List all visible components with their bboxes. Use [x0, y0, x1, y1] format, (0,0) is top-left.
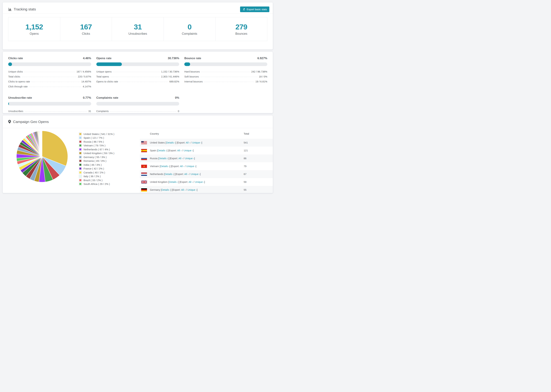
legend-swatch: [79, 156, 82, 159]
legend-swatch: [79, 175, 82, 178]
legend-item[interactable]: India ( 46 / 3% ): [79, 163, 114, 167]
rate-row: Unsubscribes31: [8, 109, 91, 113]
legend-swatch: [79, 171, 82, 174]
rate-row-value: 2,303 / 61.446%: [161, 75, 179, 78]
legend-swatch: [79, 167, 82, 170]
dotted-leader: [200, 77, 258, 77]
details-link[interactable]: Details ›: [169, 181, 178, 183]
details-link[interactable]: Details ›: [165, 173, 174, 175]
export-unique-link[interactable]: Unique ›: [185, 157, 194, 160]
rate-row: Click through rate4.147%: [8, 84, 91, 89]
country-cell: Netherlands [Details ›] [Export: All › /…: [150, 173, 201, 175]
export-unique-link[interactable]: Unique ›: [187, 189, 197, 191]
legend-swatch: [79, 148, 82, 151]
legend-label: United Kingdom ( 59 / 3% ): [84, 152, 114, 155]
legend-item[interactable]: Italy ( 36 / 2% ): [79, 175, 114, 178]
country-name: Netherlands: [150, 173, 163, 175]
rate-row: Total clicks220 / 5.87%: [8, 74, 91, 79]
rate-rows: Unsubscribes31: [8, 109, 91, 113]
legend-label: India ( 46 / 3% ): [84, 163, 102, 166]
summary-stats-row: 1,152Opens167Clicks31Unsubscribes0Compla…: [8, 17, 267, 41]
table-row: Germany [Details ›] [Export: All › / Uni…: [140, 186, 273, 193]
legend-item[interactable]: Netherlands ( 67 / 4% ): [79, 147, 114, 151]
rate-title: Opens rate: [96, 57, 112, 60]
export-unique-link[interactable]: Unique ›: [192, 141, 202, 144]
legend-item[interactable]: Vietnam ( 79 / 5% ): [79, 144, 114, 147]
progress-bar-fill: [96, 63, 122, 66]
export-unique-link[interactable]: Unique ›: [191, 173, 200, 175]
export-basic-stats-button[interactable]: Export basic stats: [240, 7, 269, 12]
legend-item[interactable]: France ( 42 / 2% ): [79, 167, 114, 171]
legend-item[interactable]: United States ( 541 / 31% ): [79, 132, 114, 136]
map-pin-icon: [8, 120, 11, 124]
legend-item[interactable]: South Africa ( 29 / 2% ): [79, 182, 114, 186]
export-all-link[interactable]: All ›: [181, 189, 185, 191]
export-unique-link[interactable]: Unique ›: [184, 149, 193, 152]
legend-swatch: [79, 140, 82, 143]
legend-label: United States ( 541 / 31% ): [84, 133, 114, 135]
legend-label: Romania ( 49 / 3% ): [84, 159, 106, 162]
campaign-geo-opens-card: Campaign Geo Opens United States ( 541 /…: [3, 115, 273, 193]
total-cell: 121: [244, 149, 248, 152]
rate-value: 0.77%: [83, 96, 91, 99]
export-all-link[interactable]: All ›: [186, 141, 190, 144]
export-prefix: [Export:: [179, 181, 188, 183]
legend-swatch: [79, 163, 82, 166]
legend-item[interactable]: Spain ( 121 / 7% ): [79, 136, 114, 140]
details-link[interactable]: Details ›: [158, 149, 167, 152]
rate-rows: Unique opens1,152 / 30.736%Total opens2,…: [96, 69, 179, 84]
legend-label: Netherlands ( 67 / 4% ): [84, 148, 110, 151]
bracket: ]: [174, 173, 174, 175]
legend-label: Canada ( 40 / 2% ): [84, 171, 105, 174]
total-cell: 541: [244, 141, 248, 144]
rate-row: Soft bounces18 / 0%: [184, 74, 267, 79]
bracket: ]: [193, 149, 194, 152]
page-title: Tracking stats: [14, 7, 36, 11]
legend-item[interactable]: Russia ( 86 / 5% ): [79, 140, 114, 144]
legend-item[interactable]: Brazil ( 33 / 2% ): [79, 178, 114, 182]
legend-item[interactable]: Germany ( 55 / 3% ): [79, 155, 114, 159]
dotted-leader: [110, 77, 160, 77]
legend-item[interactable]: Canada ( 40 / 2% ): [79, 170, 114, 175]
details-link[interactable]: Details ›: [166, 141, 175, 144]
rate-row-value: 689.82%: [170, 80, 179, 83]
rates-card: Clicks rate4.46%Unique clicks167 / 4.456…: [3, 52, 273, 113]
rate-row-label: Total clicks: [8, 75, 20, 78]
stat-value: 279: [235, 23, 247, 31]
separator: /: [194, 181, 194, 183]
rate-value: 6.927%: [257, 57, 267, 60]
legend-swatch: [79, 133, 82, 135]
country-name: Russia: [150, 157, 157, 160]
details-link[interactable]: Details ›: [162, 189, 171, 191]
export-prefix: [Export:: [177, 141, 185, 144]
legend-swatch: [79, 144, 82, 147]
total-column-header: Total: [244, 132, 249, 135]
legend-label: Russia ( 86 / 5% ): [84, 140, 104, 143]
rate-row-value: 167 / 4.456%: [77, 70, 91, 73]
export-all-link[interactable]: All ›: [189, 181, 193, 183]
legend-item[interactable]: Romania ( 49 / 3% ): [79, 159, 114, 163]
country-cell: Russia [Details ›] [Export: All › / Uniq…: [150, 157, 195, 160]
rate-row-value: 4.147%: [83, 85, 91, 88]
bracket: ]: [167, 149, 167, 152]
rate-rows: Complaints0: [96, 109, 179, 113]
geo-table-rows: United States [Details ›] [Export: All ›…: [140, 139, 273, 193]
bracket: ]: [171, 189, 171, 191]
flag-icon-vn: [141, 165, 147, 168]
export-all-link[interactable]: All ›: [178, 157, 183, 160]
export-all-link[interactable]: All ›: [184, 173, 189, 175]
rate-row-value: 242 / 86.738%: [251, 70, 267, 73]
stat-value: 31: [134, 23, 142, 31]
legend-item[interactable]: United Kingdom ( 59 / 3% ): [79, 151, 114, 155]
stat-opens: 1,152Opens: [8, 17, 60, 41]
export-all-link[interactable]: All ›: [177, 149, 182, 152]
export-unique-link[interactable]: Unique ›: [186, 165, 196, 168]
rate-group-clicks-rate: Clicks rate4.46%Unique clicks167 / 4.456…: [8, 57, 91, 89]
rate-row: Complaints0: [96, 109, 179, 113]
details-link[interactable]: Details ›: [159, 157, 168, 160]
export-unique-link[interactable]: Unique ›: [195, 181, 204, 183]
export-all-link[interactable]: All ›: [180, 165, 184, 168]
rate-group-unsubscribe-rate: Unsubscribe rate0.77%Unsubscribes31: [8, 96, 91, 113]
legend-label: France ( 42 / 2% ): [84, 167, 104, 170]
details-link[interactable]: Details ›: [160, 165, 170, 168]
